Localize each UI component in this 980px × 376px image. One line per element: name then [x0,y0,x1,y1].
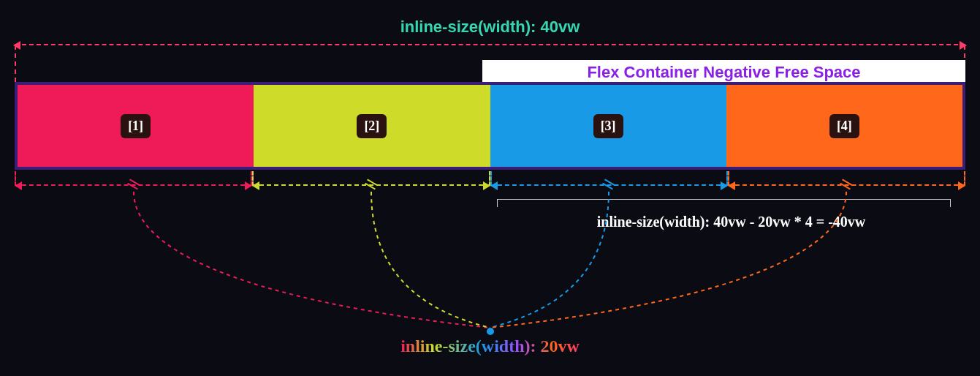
item-width-arrow-1 [15,184,252,186]
item-badge-4: [4] [829,114,859,138]
diagram-stage: inline-size(width): 40vw Flex Container … [0,0,980,376]
item-width-measures [15,184,965,199]
free-space-span [497,199,951,200]
flex-container: [1] [2] [3] [4] [15,82,965,170]
negative-free-space-banner: Flex Container Negative Free Space [482,60,965,82]
item-badge-2: [2] [357,114,387,138]
flex-item-1: [1] [18,85,254,167]
item-width-arrow-3 [490,184,728,186]
flex-item-2: [2] [254,85,490,167]
item-width-label: inline-size(width): 20vw [0,336,980,356]
flex-item-3: [3] [490,85,726,167]
flex-item-4: [4] [726,85,962,167]
item-width-arrow-2 [252,184,490,186]
free-space-formula-label: inline-size(width): 40vw - 20vw * 4 = -4… [497,214,965,230]
container-width-arrow [15,44,965,45]
item-width-arrow-4 [728,184,965,186]
item-badge-3: [3] [593,114,623,138]
item-badge-1: [1] [121,114,151,138]
item-width-label-text: inline-size(width): 20vw [400,336,580,356]
connector-join-dot [487,328,494,335]
container-width-label: inline-size(width): 40vw [0,18,980,37]
